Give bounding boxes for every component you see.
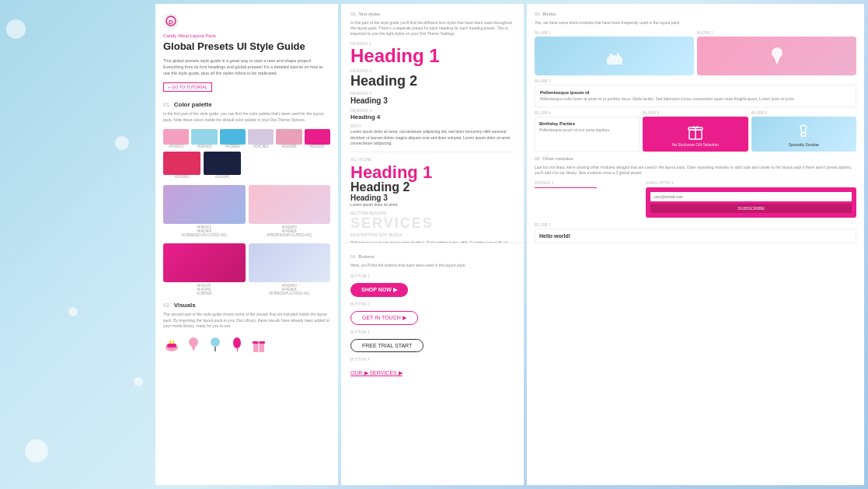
subscribe-button[interactable]: SUBSCRIBE bbox=[650, 204, 852, 213]
blurbs-label: Blurbs bbox=[542, 12, 556, 16]
svg-text:D: D bbox=[169, 19, 173, 26]
divider-module: DIVIDER 1 bbox=[535, 180, 640, 218]
svg-rect-11 bbox=[214, 347, 216, 351]
divider-label: DIVIDER 1 bbox=[535, 180, 640, 185]
buttons-label: Buttons bbox=[358, 254, 374, 259]
blurb-4-card: Birthday Parties Pellentesque ipsum id o… bbox=[535, 117, 640, 152]
text-styles-label: Text styles bbox=[358, 12, 380, 16]
svg-rect-5 bbox=[167, 344, 176, 348]
blurb-4: BLURB 4 Birthday Parties Pellentesque ip… bbox=[535, 110, 640, 152]
color-section-header: 01. Color palette bbox=[163, 101, 330, 108]
blurb-5: BLURB 5 No Exclusive Gift Selection bbox=[643, 110, 748, 152]
heading-3-text: Heading 3 bbox=[350, 96, 514, 105]
email-label: EMAIL OPTIN 1 bbox=[646, 180, 856, 185]
button-2[interactable]: GET IN TOUCH ▶ bbox=[350, 311, 418, 325]
gradient-2: #FAD4F0 #F4E8E8 #FBE8F0(DUPLICATED-AG) bbox=[249, 185, 331, 237]
blurbs-tag: 05. Blurbs bbox=[535, 12, 856, 16]
blurbs-section: 05. Blurbs Yes, we have some blurb modul… bbox=[535, 12, 856, 26]
visuals-icons-row bbox=[163, 336, 330, 353]
tutorial-link[interactable]: + GO TO TUTORIAL bbox=[163, 82, 212, 92]
svg-marker-9 bbox=[191, 346, 196, 351]
icecream-visual-icon bbox=[185, 336, 202, 353]
svg-point-8 bbox=[189, 337, 198, 347]
text-styles-desc: In this part of the style guide you'll f… bbox=[350, 20, 514, 37]
allinone-h3: Heading 3 bbox=[350, 194, 514, 202]
lollipop-visual-icon bbox=[207, 336, 224, 353]
blurbs-number: 05. bbox=[535, 12, 541, 16]
blurbs-mid-row: BLURB 4 Birthday Parties Pellentesque ip… bbox=[535, 110, 856, 152]
cake-visual-icon bbox=[163, 336, 180, 353]
allinone-h2: Heading 2 bbox=[350, 181, 514, 194]
email-optin-card: SUBSCRIBE bbox=[646, 187, 856, 218]
body-text: Lorem ipsum dolor sit amet, consectetuer… bbox=[350, 129, 514, 147]
blurb-3-text: Pellentesque nulla lorem at amet mi et p… bbox=[540, 96, 851, 102]
svg-rect-7 bbox=[173, 341, 174, 344]
blurb-5-icon bbox=[686, 122, 705, 141]
heading-2-text: Heading 2 bbox=[350, 74, 514, 88]
other-modules-row: DIVIDER 1 EMAIL OPTIN 1 SUBSCRIBE bbox=[535, 180, 856, 218]
balloon-visual-icon bbox=[228, 336, 246, 353]
panel-logo: D bbox=[163, 13, 179, 29]
swatch-salmon: #E9A0B8 bbox=[276, 129, 302, 148]
button-1-label: BUTTON 1 bbox=[350, 274, 514, 278]
panel-title: Global Presets UI Style Guide bbox=[163, 40, 330, 53]
email-input[interactable] bbox=[650, 192, 852, 201]
blurb-4-text: Pellentesque ipsum id orci porta dapibus… bbox=[539, 127, 635, 132]
gradient-row-1: #F4F2F2 #FAD4F0 #C8B4E8(DUPLICATED-AG) #… bbox=[163, 185, 330, 237]
gift-visual-icon bbox=[250, 336, 267, 353]
button-3-row: BUTTON 3 FREE TRIAL START bbox=[350, 330, 514, 352]
blurb-2-icon bbox=[765, 44, 789, 68]
text-styles-tag: 03. Text styles bbox=[350, 12, 514, 16]
heading-3-label: HEADING 3 bbox=[350, 91, 514, 96]
pack-subtitle: Candy Shop Layout Pack bbox=[163, 33, 330, 38]
swatch-lightblue: #93D4E8 bbox=[191, 129, 217, 148]
buttons-number: 04. bbox=[350, 254, 357, 259]
panel-description: This global presets style guide is a gre… bbox=[163, 58, 330, 77]
main-container: D Candy Shop Layout Pack Global Presets … bbox=[155, 4, 864, 485]
blurb-6-card: Specialty Sundae bbox=[751, 117, 856, 152]
blurb-7-title: Hello world! bbox=[539, 233, 570, 239]
button-4-label: BUTTON 4 bbox=[350, 357, 514, 362]
blurb-3-title: Pellentesque ipsum id bbox=[540, 90, 851, 95]
heading-1-text: Heading 1 bbox=[350, 47, 514, 65]
gradient-4: #FAD4F0 #F4E8E8 #F0B8(DUPLICATED-AG) bbox=[249, 243, 331, 295]
heading-3-row: HEADING 3 Heading 3 bbox=[350, 91, 514, 105]
heading-4-text: Heading 4 bbox=[350, 114, 514, 121]
email-optin-module: EMAIL OPTIN 1 SUBSCRIBE bbox=[646, 180, 856, 218]
text-styles-section: 03. Text styles In this part of the styl… bbox=[341, 4, 524, 243]
divider-element bbox=[535, 187, 597, 188]
blurb-2: BLURB 2 bbox=[697, 30, 856, 75]
svg-marker-20 bbox=[774, 58, 780, 65]
color-section-number: 01. bbox=[163, 102, 171, 107]
blurb-6: BLURB 6 Specialty Sundae bbox=[751, 110, 856, 152]
text-styles-number: 03. bbox=[350, 12, 357, 16]
button-4[interactable]: OUR ▶ SERVICES ▶ bbox=[350, 370, 403, 376]
blurb-3-card: Pellentesque ipsum id Pellentesque nulla… bbox=[535, 85, 856, 107]
bg-circle-3 bbox=[68, 307, 78, 316]
button-1[interactable]: SHOP NOW ▶ bbox=[350, 283, 408, 297]
swatch-red: #E03060 bbox=[163, 152, 200, 179]
blurb-6-title: Specialty Sundae bbox=[789, 142, 819, 147]
visuals-section-header: 02. Visuals bbox=[163, 302, 330, 309]
allinone-body: Lorem ipsum dolor sit amet. bbox=[350, 202, 514, 208]
other-modules-tag: 06. Other modules bbox=[535, 156, 856, 161]
buttons-desc: Here, you'll find the buttons that have … bbox=[350, 263, 514, 267]
color-section-desc: In the first part of the style guide, yo… bbox=[163, 111, 330, 123]
other-modules-label: Other modules bbox=[542, 156, 573, 161]
blurb-7-section: BLURB 7 Hello world! bbox=[535, 222, 856, 243]
swatches-row-2: #E03060 #1A2040 bbox=[163, 152, 330, 179]
desc-text-content: Pellentesque in ipsum id orci porta dapi… bbox=[350, 240, 514, 243]
button-2-row: BUTTON 2 GET IN TOUCH ▶ bbox=[350, 302, 514, 325]
swatch-navy: #1A2040 bbox=[204, 152, 241, 179]
blurb-6-icon bbox=[794, 122, 813, 141]
blurb-3-section: BLURB 3 Pellentesque ipsum id Pellentesq… bbox=[535, 79, 856, 107]
buttons-tag: 04. Buttons bbox=[350, 254, 514, 259]
allinone-h1: Heading 1 bbox=[350, 164, 514, 181]
body-label: BODY bbox=[350, 124, 514, 128]
button-3[interactable]: FREE TRIAL START bbox=[350, 339, 424, 352]
button-2-label: BUTTON 2 bbox=[350, 302, 514, 306]
middle-panel: 03. Text styles In this part of the styl… bbox=[341, 4, 524, 485]
right-panel: 05. Blurbs Yes, we have some blurb modul… bbox=[527, 4, 864, 485]
visuals-section-label: Visuals bbox=[174, 302, 196, 309]
section-heading-text: SERVICES bbox=[350, 216, 514, 230]
